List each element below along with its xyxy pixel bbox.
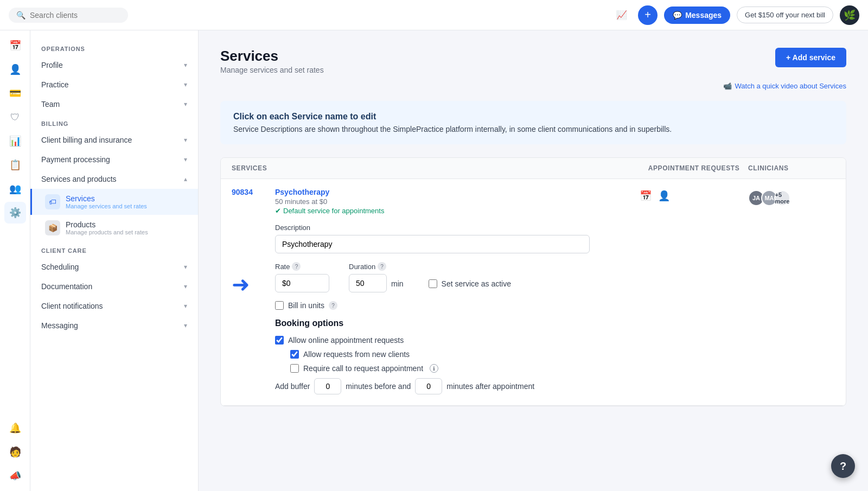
chart-icon: 📈	[612, 5, 631, 25]
person-icon[interactable]: 👤	[658, 190, 670, 202]
check-icon: ✔	[275, 207, 281, 215]
sidebar-icon-analytics[interactable]: 📊	[4, 130, 26, 152]
sidebar-icon-team[interactable]: 👥	[4, 178, 26, 200]
booking-section: Booking options Allow online appointment…	[275, 318, 835, 394]
video-icon: 📹	[723, 82, 732, 90]
service-name[interactable]: Psychotherapy	[275, 188, 640, 196]
appt-icons: 📅 👤	[640, 188, 748, 202]
nav-sidebar: OPERATIONS Profile ▾ Practice ▾ Team ▾ B…	[30, 30, 199, 491]
rate-help-icon[interactable]: ?	[292, 262, 301, 271]
sidebar-item-client-notifications[interactable]: Client notifications ▾	[30, 296, 198, 316]
sidebar-icon-bell[interactable]: 🔔	[4, 417, 26, 439]
add-button[interactable]: +	[638, 5, 658, 25]
active-label: Set service as active	[442, 279, 511, 288]
page-subtitle: Manage services and set rates	[220, 66, 324, 74]
sidebar-item-payment[interactable]: Payment processing ▾	[30, 150, 198, 169]
sidebar-icon-clients[interactable]: 👤	[4, 59, 26, 80]
description-input[interactable]	[275, 235, 590, 253]
main-area: 📅 👤 💳 🛡 📊 📋 👥 ⚙️ 🔔 🧑 📣 OPERATIONS Profil…	[0, 30, 868, 491]
sidebar-item-profile[interactable]: Profile ▾	[30, 55, 198, 75]
service-edit-form: Description ➜ Rate ?	[221, 215, 846, 405]
service-code[interactable]: 90834	[232, 188, 275, 196]
allow-new-clients-checkbox[interactable]	[290, 350, 299, 359]
duration-group: Duration ? min	[349, 262, 404, 292]
services-table: Services Appointment Requests Clinicians…	[220, 157, 846, 406]
calendar-icon[interactable]: 📅	[640, 190, 652, 202]
sidebar-item-products[interactable]: 📦 Products Manage products and set rates	[30, 215, 198, 241]
sidebar-icon-calendar[interactable]: 📅	[4, 35, 26, 56]
chevron-down-icon: ▾	[184, 263, 187, 271]
sidebar-icon-megaphone[interactable]: 📣	[4, 465, 26, 487]
top-bar: 🔍 📈 + 💬 Messages Get $150 off your next …	[0, 0, 868, 30]
sidebar-icon-billing[interactable]: 💳	[4, 82, 26, 104]
description-group: Description	[275, 224, 590, 253]
add-service-button[interactable]: + Add service	[775, 48, 846, 67]
info-banner: Click on each Service name to edit Servi…	[220, 101, 846, 144]
allow-online-checkbox[interactable]	[275, 336, 284, 345]
operations-section-label: OPERATIONS	[30, 39, 198, 55]
allow-online-label: Allow online appointment requests	[288, 336, 404, 345]
icon-sidebar: 📅 👤 💳 🛡 📊 📋 👥 ⚙️ 🔔 🧑 📣	[0, 30, 30, 491]
sidebar-icon-shield[interactable]: 🛡	[4, 106, 26, 128]
service-default-badge: ✔ Default service for appointments	[275, 207, 640, 215]
search-box[interactable]: 🔍	[9, 8, 128, 23]
video-link[interactable]: 📹 Watch a quick video about Services	[723, 82, 846, 90]
rate-input[interactable]	[275, 274, 329, 292]
duration-input[interactable]	[349, 274, 387, 292]
search-input[interactable]	[30, 11, 120, 20]
products-icon: 📦	[45, 220, 60, 235]
description-label: Description	[275, 224, 590, 232]
sidebar-icon-settings[interactable]: ⚙️	[4, 202, 26, 224]
chevron-down-icon: ▾	[184, 100, 187, 108]
chevron-down-icon: ▾	[184, 156, 187, 163]
sidebar-item-services-products[interactable]: Services and products ▴	[30, 169, 198, 189]
content-area: Services Manage services and set rates +…	[199, 30, 868, 491]
billing-section-label: BILLING	[30, 114, 198, 130]
messages-button[interactable]: 💬 Messages	[664, 7, 730, 24]
page-title: Services	[220, 48, 324, 65]
duration-label: Duration ?	[349, 262, 404, 271]
user-avatar[interactable]: 🌿	[840, 5, 859, 25]
allow-new-label: Allow requests from new clients	[303, 350, 410, 359]
bill-units-checkbox[interactable]	[275, 301, 284, 310]
require-call-checkbox[interactable]	[290, 364, 299, 373]
rate-group: ➜ Rate ?	[275, 262, 329, 292]
sidebar-item-client-billing[interactable]: Client billing and insurance ▾	[30, 130, 198, 150]
chevron-down-icon: ▾	[184, 283, 187, 290]
require-call-help-icon[interactable]: ℹ	[430, 364, 438, 373]
sidebar-item-practice[interactable]: Practice ▾	[30, 75, 198, 94]
help-button[interactable]: ?	[831, 454, 855, 478]
sidebar-item-services[interactable]: 🏷 Services Manage services and set rates	[30, 189, 198, 215]
chevron-down-icon: ▾	[184, 322, 187, 329]
duration-help-icon[interactable]: ?	[378, 262, 386, 271]
table-row: 90834 Psychotherapy 50 minutes at $0 ✔ D…	[221, 179, 846, 406]
top-bar-right: 📈 + 💬 Messages Get $150 off your next bi…	[612, 5, 859, 25]
table-header: Services Appointment Requests Clinicians	[221, 158, 846, 179]
sidebar-item-scheduling[interactable]: Scheduling ▾	[30, 257, 198, 277]
sidebar-item-team[interactable]: Team ▾	[30, 94, 198, 114]
buffer-before-input[interactable]	[314, 378, 341, 394]
banner-description: Service Descriptions are shown throughou…	[233, 125, 833, 133]
sidebar-icon-person[interactable]: 🧑	[4, 441, 26, 463]
services-icon: 🏷	[45, 194, 60, 209]
search-icon: 🔍	[16, 11, 25, 20]
bill-units-help-icon[interactable]: ?	[329, 301, 337, 310]
buffer-row: Add buffer minutes before and minutes af…	[275, 378, 835, 394]
chevron-down-icon: ▾	[184, 302, 187, 310]
sidebar-item-messaging[interactable]: Messaging ▾	[30, 316, 198, 335]
promo-button[interactable]: Get $150 off your next bill	[737, 7, 833, 23]
page-header: Services Manage services and set rates +…	[220, 48, 846, 74]
bill-units-label: Bill in units	[288, 301, 324, 310]
active-checkbox[interactable]	[429, 279, 437, 288]
chevron-down-icon: ▾	[184, 81, 187, 88]
arrow-icon: ➜	[232, 272, 250, 297]
clinician-avatars: JA MA +5 more	[748, 188, 835, 206]
buffer-after-input[interactable]	[415, 378, 442, 394]
col-services: Services	[232, 164, 640, 172]
duration-unit: min	[391, 279, 404, 292]
col-appt-requests: Appointment Requests	[640, 164, 748, 172]
sidebar-icon-notes[interactable]: 📋	[4, 154, 26, 176]
chat-icon: 💬	[673, 11, 682, 20]
sidebar-item-documentation[interactable]: Documentation ▾	[30, 277, 198, 296]
require-call-label: Require call to request appointment	[303, 364, 423, 373]
